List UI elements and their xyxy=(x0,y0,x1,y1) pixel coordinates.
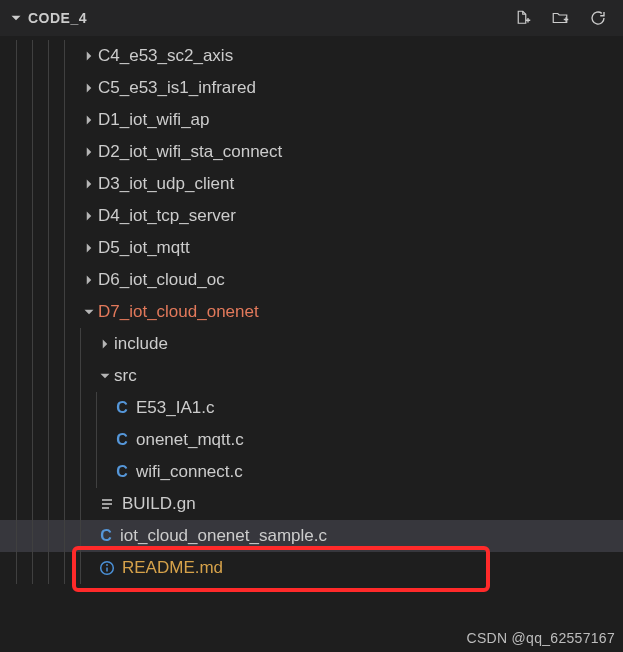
tree-file[interactable]: README.md xyxy=(0,552,623,584)
file-label: README.md xyxy=(122,558,223,578)
chevron-right-icon xyxy=(80,82,98,94)
tree-folder[interactable]: C5_e53_is1_infrared xyxy=(0,72,623,104)
new-file-icon[interactable] xyxy=(511,7,533,29)
c-file-icon: C xyxy=(96,527,116,545)
tree-file[interactable]: C onenet_mqtt.c xyxy=(0,424,623,456)
chevron-right-icon xyxy=(80,242,98,254)
chevron-right-icon xyxy=(80,178,98,190)
refresh-icon[interactable] xyxy=(587,7,609,29)
new-folder-icon[interactable] xyxy=(549,7,571,29)
watermark: CSDN @qq_62557167 xyxy=(466,630,615,646)
file-label: BUILD.gn xyxy=(122,494,196,514)
text-file-icon xyxy=(96,496,118,512)
folder-label: D3_iot_udp_client xyxy=(98,174,234,194)
folder-label: include xyxy=(114,334,168,354)
file-label: iot_cloud_onenet_sample.c xyxy=(120,526,327,546)
chevron-right-icon xyxy=(80,146,98,158)
tree-file-selected[interactable]: C iot_cloud_onenet_sample.c xyxy=(0,520,623,552)
tree-folder-open[interactable]: D7_iot_cloud_onenet xyxy=(0,296,623,328)
tree-folder[interactable]: D1_iot_wifi_ap xyxy=(0,104,623,136)
file-label: onenet_mqtt.c xyxy=(136,430,244,450)
chevron-right-icon xyxy=(80,50,98,62)
chevron-down-icon[interactable] xyxy=(10,12,24,24)
info-icon xyxy=(96,560,118,576)
tree-folder[interactable]: C4_e53_sc2_axis xyxy=(0,40,623,72)
file-label: wifi_connect.c xyxy=(136,462,243,482)
chevron-right-icon xyxy=(96,338,114,350)
tree-folder[interactable]: D5_iot_mqtt xyxy=(0,232,623,264)
folder-label: C4_e53_sc2_axis xyxy=(98,46,233,66)
folder-label: src xyxy=(114,366,137,386)
chevron-right-icon xyxy=(80,274,98,286)
explorer-header: CODE_4 xyxy=(0,0,623,36)
folder-label: D7_iot_cloud_onenet xyxy=(98,302,259,322)
file-label: E53_IA1.c xyxy=(136,398,214,418)
tree-file[interactable]: C wifi_connect.c xyxy=(0,456,623,488)
folder-label: D6_iot_cloud_oc xyxy=(98,270,225,290)
tree-folder[interactable]: include xyxy=(0,328,623,360)
svg-point-1 xyxy=(106,564,108,566)
project-title: CODE_4 xyxy=(28,10,511,26)
header-actions xyxy=(511,7,617,29)
chevron-right-icon xyxy=(80,114,98,126)
c-file-icon: C xyxy=(112,463,132,481)
chevron-right-icon xyxy=(80,210,98,222)
tree-folder-open[interactable]: src xyxy=(0,360,623,392)
tree-folder[interactable]: D4_iot_tcp_server xyxy=(0,200,623,232)
tree-folder[interactable]: D2_iot_wifi_sta_connect xyxy=(0,136,623,168)
chevron-down-icon xyxy=(96,370,114,382)
folder-label: C5_e53_is1_infrared xyxy=(98,78,256,98)
file-tree: C4_e53_sc2_axis C5_e53_is1_infrared D1_i… xyxy=(0,36,623,584)
tree-folder[interactable]: D3_iot_udp_client xyxy=(0,168,623,200)
tree-folder[interactable]: D6_iot_cloud_oc xyxy=(0,264,623,296)
tree-file[interactable]: C E53_IA1.c xyxy=(0,392,623,424)
c-file-icon: C xyxy=(112,431,132,449)
folder-label: D1_iot_wifi_ap xyxy=(98,110,210,130)
folder-label: D4_iot_tcp_server xyxy=(98,206,236,226)
folder-label: D2_iot_wifi_sta_connect xyxy=(98,142,282,162)
chevron-down-icon xyxy=(80,306,98,318)
tree-file[interactable]: BUILD.gn xyxy=(0,488,623,520)
c-file-icon: C xyxy=(112,399,132,417)
folder-label: D5_iot_mqtt xyxy=(98,238,190,258)
